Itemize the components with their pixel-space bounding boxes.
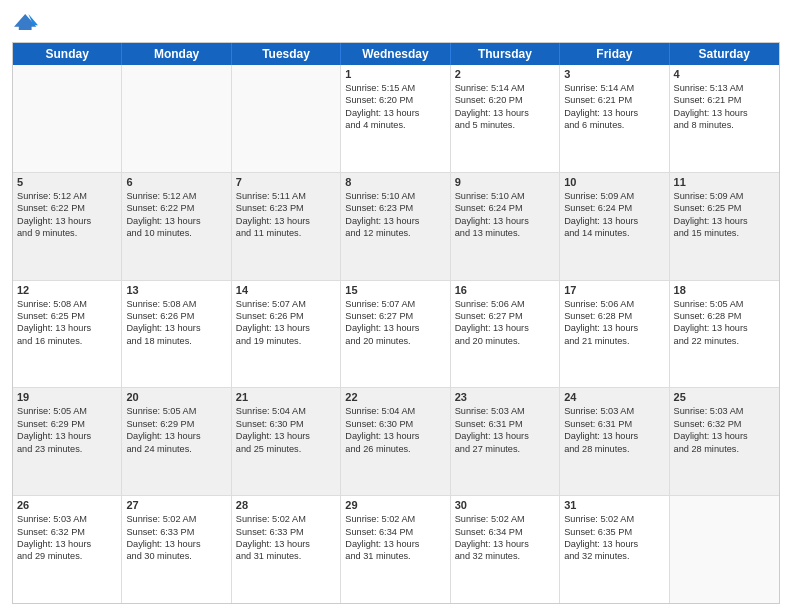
cell-info-line: Sunrise: 5:12 AM bbox=[17, 190, 117, 202]
cell-info-line: Sunrise: 5:05 AM bbox=[674, 298, 775, 310]
day-number: 7 bbox=[236, 176, 336, 188]
cell-info-line: Daylight: 13 hours bbox=[455, 215, 555, 227]
calendar: SundayMondayTuesdayWednesdayThursdayFrid… bbox=[12, 42, 780, 604]
header-cell-friday: Friday bbox=[560, 43, 669, 65]
day-number: 1 bbox=[345, 68, 445, 80]
cell-info-line: Daylight: 13 hours bbox=[674, 215, 775, 227]
cell-info-line: Daylight: 13 hours bbox=[564, 430, 664, 442]
cell-info-line: Sunset: 6:29 PM bbox=[126, 418, 226, 430]
cell-info-line: and 16 minutes. bbox=[17, 335, 117, 347]
page-container: SundayMondayTuesdayWednesdayThursdayFrid… bbox=[0, 0, 792, 612]
cell-info-line: Sunset: 6:21 PM bbox=[674, 94, 775, 106]
calendar-cell: 3Sunrise: 5:14 AMSunset: 6:21 PMDaylight… bbox=[560, 65, 669, 172]
cell-info-line: Sunrise: 5:02 AM bbox=[455, 513, 555, 525]
calendar-cell: 2Sunrise: 5:14 AMSunset: 6:20 PMDaylight… bbox=[451, 65, 560, 172]
calendar-row: 12Sunrise: 5:08 AMSunset: 6:25 PMDayligh… bbox=[13, 281, 779, 389]
cell-info-line: Daylight: 13 hours bbox=[455, 107, 555, 119]
cell-info-line: Daylight: 13 hours bbox=[345, 430, 445, 442]
calendar-cell: 9Sunrise: 5:10 AMSunset: 6:24 PMDaylight… bbox=[451, 173, 560, 280]
calendar-row: 5Sunrise: 5:12 AMSunset: 6:22 PMDaylight… bbox=[13, 173, 779, 281]
header-cell-thursday: Thursday bbox=[451, 43, 560, 65]
cell-info-line: Sunset: 6:31 PM bbox=[564, 418, 664, 430]
cell-info-line: and 18 minutes. bbox=[126, 335, 226, 347]
cell-info-line: Daylight: 13 hours bbox=[345, 538, 445, 550]
cell-info-line: Sunset: 6:33 PM bbox=[126, 526, 226, 538]
cell-info-line: Sunset: 6:25 PM bbox=[17, 310, 117, 322]
calendar-cell: 24Sunrise: 5:03 AMSunset: 6:31 PMDayligh… bbox=[560, 388, 669, 495]
cell-info-line: Daylight: 13 hours bbox=[564, 215, 664, 227]
day-number: 13 bbox=[126, 284, 226, 296]
cell-info-line: Sunrise: 5:14 AM bbox=[455, 82, 555, 94]
cell-info-line: Daylight: 13 hours bbox=[674, 107, 775, 119]
cell-info-line: Sunset: 6:32 PM bbox=[17, 526, 117, 538]
cell-info-line: Daylight: 13 hours bbox=[564, 107, 664, 119]
day-number: 2 bbox=[455, 68, 555, 80]
cell-info-line: and 28 minutes. bbox=[674, 443, 775, 455]
cell-info-line: Sunrise: 5:08 AM bbox=[126, 298, 226, 310]
calendar-cell: 15Sunrise: 5:07 AMSunset: 6:27 PMDayligh… bbox=[341, 281, 450, 388]
day-number: 8 bbox=[345, 176, 445, 188]
cell-info-line: and 32 minutes. bbox=[564, 550, 664, 562]
day-number: 3 bbox=[564, 68, 664, 80]
cell-info-line: Sunset: 6:32 PM bbox=[674, 418, 775, 430]
cell-info-line: Daylight: 13 hours bbox=[455, 430, 555, 442]
calendar-cell: 7Sunrise: 5:11 AMSunset: 6:23 PMDaylight… bbox=[232, 173, 341, 280]
cell-info-line: Sunrise: 5:03 AM bbox=[674, 405, 775, 417]
day-number: 25 bbox=[674, 391, 775, 403]
cell-info-line: Sunset: 6:26 PM bbox=[126, 310, 226, 322]
cell-info-line: Sunrise: 5:06 AM bbox=[455, 298, 555, 310]
cell-info-line: Sunset: 6:35 PM bbox=[564, 526, 664, 538]
cell-info-line: and 23 minutes. bbox=[17, 443, 117, 455]
cell-info-line: Sunset: 6:30 PM bbox=[345, 418, 445, 430]
calendar-cell: 11Sunrise: 5:09 AMSunset: 6:25 PMDayligh… bbox=[670, 173, 779, 280]
cell-info-line: Sunrise: 5:08 AM bbox=[17, 298, 117, 310]
cell-info-line: Daylight: 13 hours bbox=[126, 538, 226, 550]
cell-info-line: Sunrise: 5:09 AM bbox=[564, 190, 664, 202]
cell-info-line: Daylight: 13 hours bbox=[455, 538, 555, 550]
calendar-cell: 6Sunrise: 5:12 AMSunset: 6:22 PMDaylight… bbox=[122, 173, 231, 280]
cell-info-line: and 30 minutes. bbox=[126, 550, 226, 562]
cell-info-line: and 4 minutes. bbox=[345, 119, 445, 131]
cell-info-line: Sunset: 6:34 PM bbox=[455, 526, 555, 538]
day-number: 20 bbox=[126, 391, 226, 403]
cell-info-line: Daylight: 13 hours bbox=[345, 107, 445, 119]
calendar-cell bbox=[122, 65, 231, 172]
cell-info-line: Sunset: 6:20 PM bbox=[345, 94, 445, 106]
calendar-cell: 8Sunrise: 5:10 AMSunset: 6:23 PMDaylight… bbox=[341, 173, 450, 280]
header-cell-saturday: Saturday bbox=[670, 43, 779, 65]
cell-info-line: Sunrise: 5:02 AM bbox=[126, 513, 226, 525]
cell-info-line: Sunrise: 5:04 AM bbox=[236, 405, 336, 417]
cell-info-line: and 5 minutes. bbox=[455, 119, 555, 131]
calendar-cell: 21Sunrise: 5:04 AMSunset: 6:30 PMDayligh… bbox=[232, 388, 341, 495]
cell-info-line: Sunset: 6:25 PM bbox=[674, 202, 775, 214]
cell-info-line: and 13 minutes. bbox=[455, 227, 555, 239]
cell-info-line: Sunset: 6:23 PM bbox=[345, 202, 445, 214]
logo-text bbox=[12, 10, 38, 34]
calendar-cell: 4Sunrise: 5:13 AMSunset: 6:21 PMDaylight… bbox=[670, 65, 779, 172]
calendar-cell: 19Sunrise: 5:05 AMSunset: 6:29 PMDayligh… bbox=[13, 388, 122, 495]
logo bbox=[12, 10, 38, 34]
day-number: 23 bbox=[455, 391, 555, 403]
cell-info-line: Daylight: 13 hours bbox=[564, 322, 664, 334]
day-number: 31 bbox=[564, 499, 664, 511]
cell-info-line: and 20 minutes. bbox=[345, 335, 445, 347]
cell-info-line: Daylight: 13 hours bbox=[236, 538, 336, 550]
calendar-cell: 5Sunrise: 5:12 AMSunset: 6:22 PMDaylight… bbox=[13, 173, 122, 280]
day-number: 21 bbox=[236, 391, 336, 403]
day-number: 18 bbox=[674, 284, 775, 296]
calendar-header: SundayMondayTuesdayWednesdayThursdayFrid… bbox=[13, 43, 779, 65]
cell-info-line: Daylight: 13 hours bbox=[345, 215, 445, 227]
day-number: 11 bbox=[674, 176, 775, 188]
day-number: 5 bbox=[17, 176, 117, 188]
cell-info-line: Daylight: 13 hours bbox=[126, 322, 226, 334]
cell-info-line: and 8 minutes. bbox=[674, 119, 775, 131]
cell-info-line: and 31 minutes. bbox=[236, 550, 336, 562]
cell-info-line: and 14 minutes. bbox=[564, 227, 664, 239]
calendar-cell: 27Sunrise: 5:02 AMSunset: 6:33 PMDayligh… bbox=[122, 496, 231, 603]
cell-info-line: Daylight: 13 hours bbox=[236, 430, 336, 442]
cell-info-line: Sunrise: 5:11 AM bbox=[236, 190, 336, 202]
day-number: 29 bbox=[345, 499, 445, 511]
cell-info-line: Sunset: 6:27 PM bbox=[455, 310, 555, 322]
calendar-cell bbox=[232, 65, 341, 172]
calendar-cell: 17Sunrise: 5:06 AMSunset: 6:28 PMDayligh… bbox=[560, 281, 669, 388]
